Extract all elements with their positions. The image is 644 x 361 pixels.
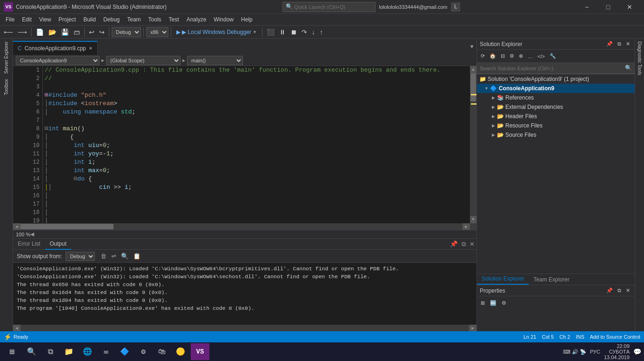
menu-edit[interactable]: Edit xyxy=(18,15,35,24)
se-code-view-button[interactable]: </> xyxy=(536,53,547,60)
team-explorer-tab[interactable]: Team Explorer xyxy=(529,274,574,285)
source-files-item[interactable]: ▶ 📂 Source Files xyxy=(477,130,635,140)
close-props-button[interactable]: ✕ xyxy=(624,287,632,294)
save-button[interactable]: 💾 xyxy=(59,27,71,38)
se-settings-button[interactable]: ⚙ xyxy=(508,52,516,60)
props-category-button[interactable]: ⊞ xyxy=(479,299,487,307)
resource-files-item[interactable]: ▶ 📂 Resource Files xyxy=(477,121,635,130)
se-refresh-button[interactable]: ⟳ xyxy=(479,52,487,60)
external-deps-item[interactable]: ▶ 📂 External Dependencies xyxy=(477,102,635,112)
search-taskbar-button[interactable]: 🔍 xyxy=(23,343,40,360)
mail-button[interactable]: ✉ xyxy=(98,343,114,360)
vertical-scrollbar[interactable]: ▲ ▼ xyxy=(470,66,476,223)
start-button[interactable]: ⊞ xyxy=(3,343,21,360)
code-content[interactable]: // ConsoleApplication9.cpp : This file c… xyxy=(43,66,470,223)
function-select[interactable]: main() xyxy=(187,56,243,65)
menu-help[interactable]: Help xyxy=(237,15,256,24)
menu-team[interactable]: Team xyxy=(123,15,144,24)
user-avatar[interactable]: L xyxy=(451,2,460,12)
menu-build[interactable]: Build xyxy=(80,15,100,24)
step-over-button[interactable]: ↷ xyxy=(300,27,309,38)
maximize-button[interactable]: □ xyxy=(597,0,619,14)
tab-overflow-button[interactable]: ▼ xyxy=(467,39,476,55)
save-all-button[interactable]: 🗃 xyxy=(72,27,82,38)
source-control-button[interactable]: Add to Source Control xyxy=(590,334,640,340)
pin-props-button[interactable]: 📌 xyxy=(604,287,615,294)
store-button[interactable]: 🛍 xyxy=(154,343,170,360)
project-item[interactable]: ▼ 🔷 ConsoleApplication9 xyxy=(477,84,635,93)
menu-project[interactable]: Project xyxy=(55,15,80,24)
settings-button[interactable]: ⚙ xyxy=(135,343,152,360)
platform-select[interactable]: x86 xyxy=(146,27,168,37)
se-filter-button[interactable]: ⊕ xyxy=(517,52,525,60)
server-explorer-tab[interactable]: Server Explorer xyxy=(2,39,11,76)
se-more-button[interactable]: … xyxy=(526,53,535,60)
menu-test[interactable]: Test xyxy=(165,15,183,24)
action-center-button[interactable]: 💬 xyxy=(633,348,641,355)
edge-button[interactable]: 🌐 xyxy=(79,343,96,360)
cortana-button[interactable]: 🔷 xyxy=(116,343,133,360)
debug-config-select[interactable]: Debug xyxy=(112,27,141,37)
task-view-button[interactable]: ⧉ xyxy=(42,343,59,360)
horizontal-scrollbar[interactable]: ◀ ▶ xyxy=(13,223,476,230)
references-item[interactable]: ▶ 📚 References xyxy=(477,93,635,102)
diagnostic-tools-tab[interactable]: Diagnostic Tools xyxy=(636,39,643,78)
undo-button[interactable]: ↩ xyxy=(87,27,96,38)
solution-explorer-tab[interactable]: Solution Explorer xyxy=(477,274,529,285)
file-explorer-button[interactable]: 📁 xyxy=(60,343,77,360)
menu-window[interactable]: Window xyxy=(210,15,237,24)
menu-debug[interactable]: Debug xyxy=(100,15,123,24)
pause-button[interactable]: ⏸ xyxy=(277,27,288,38)
menu-file[interactable]: File xyxy=(2,15,18,24)
vs-taskbar-button[interactable]: VS xyxy=(191,343,209,360)
redo-button[interactable]: ↪ xyxy=(97,27,107,38)
zoom-decrease-button[interactable]: ◀ xyxy=(30,231,34,237)
props-settings-button[interactable]: ⚙ xyxy=(500,299,508,307)
editor-tab-active[interactable]: C ConsoleApplication9.cpp ✕ xyxy=(13,41,98,55)
toolbox-tab[interactable]: Toolbox xyxy=(2,76,11,98)
forward-button[interactable]: ⟶ xyxy=(16,27,29,38)
output-wrap-button[interactable]: ⇌ xyxy=(109,252,118,261)
stop-button[interactable]: ⏹ xyxy=(288,27,299,38)
quick-launch-input[interactable] xyxy=(295,4,360,10)
se-home-button[interactable]: 🏠 xyxy=(488,52,498,60)
pin-panel-button[interactable]: 📌 xyxy=(448,240,460,249)
error-list-tab[interactable]: Error List xyxy=(13,239,45,250)
references-chevron: ▶ xyxy=(492,95,495,100)
close-button[interactable]: ✕ xyxy=(619,0,640,14)
breakpoint-button[interactable]: ⬛ xyxy=(265,27,276,38)
se-properties-button[interactable]: 🔧 xyxy=(548,52,558,60)
chrome-button[interactable]: 🟡 xyxy=(172,343,189,360)
menu-analyze[interactable]: Analyze xyxy=(183,15,210,24)
output-copy-button[interactable]: 📋 xyxy=(131,252,142,261)
menu-view[interactable]: View xyxy=(35,15,55,24)
output-scrollbar[interactable]: ◀ ▶ xyxy=(13,325,476,331)
code-editor[interactable]: ▶ 1 2 3 4 5 6 7 8 9 10 11 12 13 xyxy=(13,66,476,223)
float-props-button[interactable]: ⧉ xyxy=(616,287,623,294)
props-alpha-button[interactable]: 🔤 xyxy=(488,299,498,307)
project-scope-select[interactable]: ConsoleApplication9 xyxy=(16,56,100,65)
output-clear-button[interactable]: 🗑 xyxy=(99,252,108,261)
new-project-button[interactable]: 📄 xyxy=(34,27,46,38)
step-into-button[interactable]: ↓ xyxy=(310,27,317,38)
float-panel-button[interactable]: ⧉ xyxy=(460,240,468,249)
run-debugger-button[interactable]: ▶ ▶ Local Windows Debugger ▼ xyxy=(174,28,260,36)
close-se-button[interactable]: ✕ xyxy=(624,40,632,48)
bottom-panel-controls: 📌 ⧉ ✕ xyxy=(448,240,476,249)
output-source-select[interactable]: Debug xyxy=(66,252,95,261)
minimize-button[interactable]: − xyxy=(576,0,597,14)
float-se-button[interactable]: ⧉ xyxy=(616,40,623,48)
output-find-button[interactable]: 🔍 xyxy=(119,252,130,261)
close-panel-button[interactable]: ✕ xyxy=(468,240,476,249)
menu-tools[interactable]: Tools xyxy=(145,15,165,24)
global-scope-select[interactable]: (Global Scope) xyxy=(106,56,181,65)
open-button[interactable]: 📂 xyxy=(47,27,58,38)
pin-se-button[interactable]: 📌 xyxy=(604,40,615,48)
header-files-item[interactable]: ▶ 📂 Header Files xyxy=(477,112,635,121)
se-collapse-button[interactable]: ⊟ xyxy=(499,52,507,60)
output-tab[interactable]: Output xyxy=(45,239,71,250)
ready-status: ⚡ Ready xyxy=(4,333,28,341)
step-out-button[interactable]: ↑ xyxy=(318,27,325,38)
back-button[interactable]: ⟵ xyxy=(2,27,15,38)
solution-search-input[interactable] xyxy=(477,63,635,74)
